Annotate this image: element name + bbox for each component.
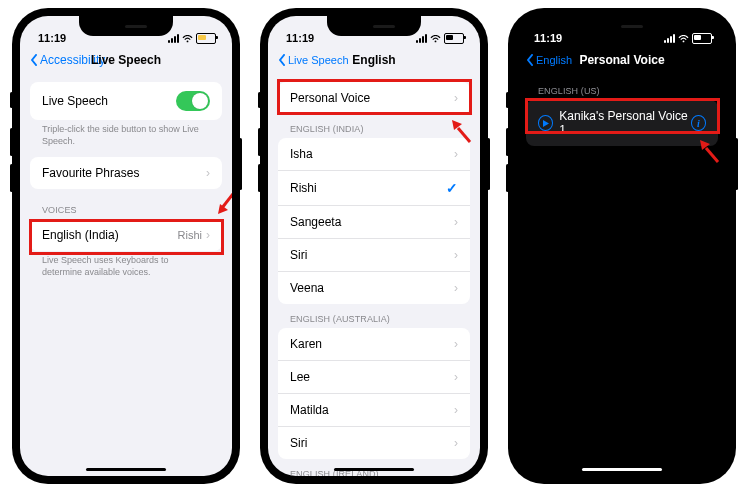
- battery-icon: [444, 33, 464, 44]
- page-title: English: [352, 53, 395, 67]
- status-time: 11:19: [534, 32, 562, 44]
- chevron-right-icon: ›: [206, 166, 210, 180]
- wifi-icon: [678, 35, 689, 43]
- voice-label: Sangeeta: [290, 215, 341, 229]
- voice-label: Siri: [290, 436, 307, 450]
- chevron-right-icon: ›: [454, 436, 458, 450]
- arrow-annotation: [212, 186, 232, 223]
- svg-line-4: [458, 128, 470, 142]
- voice-row[interactable]: Lee›: [278, 361, 470, 394]
- voice-row[interactable]: Siri›: [278, 427, 470, 459]
- signal-icon: [416, 34, 427, 43]
- notch: [79, 16, 173, 36]
- voice-label: Karen: [290, 337, 322, 351]
- highlight-box: [29, 219, 224, 255]
- voice-row[interactable]: Karen›: [278, 328, 470, 361]
- arrow-annotation: [694, 136, 724, 169]
- voice-label: Veena: [290, 281, 324, 295]
- chevron-left-icon: [278, 54, 286, 66]
- voice-row[interactable]: Rishi✓: [278, 171, 470, 206]
- chevron-right-icon: ›: [454, 370, 458, 384]
- voice-row[interactable]: Veena›: [278, 272, 470, 304]
- favourite-phrases-row[interactable]: Favourite Phrases ›: [30, 157, 222, 189]
- home-indicator: [86, 468, 166, 472]
- group-header: ENGLISH (INDIA): [278, 114, 470, 138]
- back-button[interactable]: Live Speech: [278, 54, 349, 66]
- wifi-icon: [182, 35, 193, 43]
- phone-mockup-1: 11:19 Accessibility Live Speech Live Spe…: [12, 8, 240, 484]
- signal-icon: [168, 34, 179, 43]
- voices-header: VOICES: [30, 195, 222, 219]
- chevron-left-icon: [526, 54, 534, 66]
- live-speech-label: Live Speech: [42, 94, 108, 108]
- chevron-right-icon: ›: [454, 403, 458, 417]
- voice-label: Siri: [290, 248, 307, 262]
- svg-line-8: [706, 148, 718, 162]
- voice-row[interactable]: Siri›: [278, 239, 470, 272]
- home-indicator: [334, 468, 414, 472]
- svg-marker-5: [452, 120, 462, 130]
- status-time: 11:19: [286, 32, 314, 44]
- group-header: ENGLISH (US): [526, 76, 718, 100]
- svg-point-0: [187, 40, 189, 42]
- chevron-right-icon: ›: [454, 281, 458, 295]
- arrow-annotation: [446, 116, 476, 149]
- toggle-switch[interactable]: [176, 91, 210, 111]
- notch: [327, 16, 421, 36]
- voice-row[interactable]: Isha›: [278, 138, 470, 171]
- battery-icon: [196, 33, 216, 44]
- nav-bar: English Personal Voice: [516, 44, 728, 76]
- back-label: Live Speech: [288, 54, 349, 66]
- chevron-right-icon: ›: [454, 248, 458, 262]
- highlight-box: [277, 79, 472, 115]
- phone-mockup-2: 11:19 Live Speech English Personal Voice…: [260, 8, 488, 484]
- favourite-phrases-label: Favourite Phrases: [42, 166, 139, 180]
- voice-label: Rishi: [290, 181, 317, 195]
- chevron-right-icon: ›: [454, 337, 458, 351]
- page-title: Personal Voice: [579, 53, 664, 67]
- group-header: ENGLISH (AUSTRALIA): [278, 304, 470, 328]
- back-label: English: [536, 54, 572, 66]
- svg-line-1: [222, 190, 232, 208]
- home-indicator: [582, 468, 662, 472]
- voice-row[interactable]: Matilda›: [278, 394, 470, 427]
- notch: [575, 16, 669, 36]
- svg-point-6: [683, 40, 685, 42]
- checkmark-icon: ✓: [446, 180, 458, 196]
- voice-label: Lee: [290, 370, 310, 384]
- signal-icon: [664, 34, 675, 43]
- voice-label: Matilda: [290, 403, 329, 417]
- voice-label: Isha: [290, 147, 313, 161]
- page-title: Live Speech: [91, 53, 161, 67]
- nav-bar: Live Speech English: [268, 44, 480, 76]
- nav-bar: Accessibility Live Speech: [20, 44, 232, 76]
- svg-point-3: [435, 40, 437, 42]
- phone-mockup-3: 11:19 English Personal Voice ENGLISH (US…: [508, 8, 736, 484]
- highlight-box: [525, 98, 720, 134]
- status-time: 11:19: [38, 32, 66, 44]
- chevron-left-icon: [30, 54, 38, 66]
- live-speech-footer: Triple-click the side button to show Liv…: [30, 120, 222, 151]
- battery-icon: [692, 33, 712, 44]
- live-speech-toggle-row[interactable]: Live Speech: [30, 82, 222, 120]
- chevron-right-icon: ›: [454, 215, 458, 229]
- back-button[interactable]: English: [526, 54, 572, 66]
- wifi-icon: [430, 35, 441, 43]
- voice-row[interactable]: Sangeeta›: [278, 206, 470, 239]
- svg-marker-9: [700, 140, 710, 150]
- chevron-right-icon: ›: [454, 147, 458, 161]
- voices-footer: Live Speech uses Keyboards to determine …: [30, 251, 222, 282]
